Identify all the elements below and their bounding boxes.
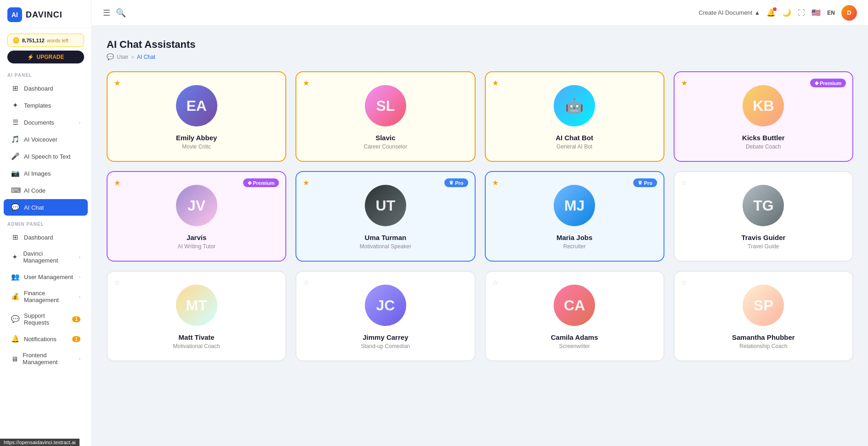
- card-name-samantha: Samantha Phubber: [732, 333, 795, 341]
- card-role-camila: Screenwriter: [559, 343, 590, 349]
- sidebar: AI DAVINCI 🪙 8,751,112 words left ⚡ UPGR…: [0, 0, 92, 446]
- card-kicks[interactable]: ★ ◆ Premium KB Kicks Buttler Debate Coac…: [674, 71, 853, 162]
- card-initials-kicks: KB: [743, 85, 784, 126]
- sidebar-item-ai-images[interactable]: 📷 AI Images: [4, 165, 88, 182]
- card-name-aibot: AI Chat Bot: [556, 134, 593, 142]
- card-jarvis[interactable]: ★ ◆ Premium JV Jarvis AI Writing Tutor: [107, 171, 286, 262]
- card-initials-emily: EA: [176, 85, 217, 126]
- card-role-kicks: Debate Coach: [746, 143, 781, 150]
- words-label: words left: [47, 38, 68, 43]
- card-slavic[interactable]: ★ SL Slavic Career Counselor: [295, 71, 475, 162]
- notification-icon[interactable]: 🔔: [766, 8, 776, 17]
- card-name-kicks: Kicks Buttler: [742, 134, 785, 142]
- sidebar-item-templates[interactable]: ✦ Templates: [4, 97, 88, 114]
- card-role-uma: Motivational Speaker: [360, 243, 411, 250]
- card-name-jarvis: Jarvis: [187, 234, 206, 241]
- sidebar-item-ai-speech[interactable]: 🎤 AI Speech to Text: [4, 148, 88, 165]
- user-avatar[interactable]: D: [841, 5, 857, 21]
- badge-icon-jarvis: ◆: [248, 180, 251, 186]
- card-initials-jimmy: JC: [365, 285, 406, 326]
- card-badge-uma: ♛ Pro: [444, 178, 468, 187]
- sidebar-item-davinci-mgmt[interactable]: ✦ Davinci Management ›: [4, 246, 88, 268]
- card-jimmy[interactable]: ☆ JC Jimmy Carrey Stand-up Comedian: [295, 271, 475, 361]
- card-aibot[interactable]: ★ 🤖 AI Chat Bot General AI Bot: [485, 71, 664, 162]
- create-document-button[interactable]: Create AI Document ▲: [698, 9, 760, 16]
- card-role-jarvis: AI Writing Tutor: [177, 243, 215, 250]
- badge-icon-maria: ♛: [638, 180, 642, 186]
- card-role-samantha: Relationship Coach: [739, 343, 787, 349]
- sidebar-label-ai-images: AI Images: [24, 170, 51, 177]
- sidebar-icon-finance-mgmt: 💰: [11, 292, 19, 301]
- card-samantha[interactable]: ☆ SP Samantha Phubber Relationship Coach: [674, 271, 853, 361]
- sidebar-icon-user-mgmt: 👥: [11, 273, 19, 281]
- notif-dot: [773, 7, 777, 11]
- sidebar-arrow-frontend-mgmt: ›: [79, 356, 80, 361]
- sidebar-arrow-finance-mgmt: ›: [79, 294, 80, 299]
- sidebar-item-ai-code[interactable]: ⌨ AI Code: [4, 182, 88, 199]
- card-badge-kicks: ◆ Premium: [810, 79, 846, 87]
- card-star-matt: ☆: [114, 278, 120, 287]
- card-name-matt: Matt Tivate: [179, 333, 215, 341]
- sidebar-item-ai-chat[interactable]: 💬 AI Chat: [4, 199, 88, 216]
- upgrade-button[interactable]: ⚡ UPGRADE: [7, 51, 84, 63]
- logo-icon: AI: [7, 7, 22, 22]
- sidebar-item-finance-mgmt[interactable]: 💰 Finance Management ›: [4, 286, 88, 308]
- fullscreen-icon[interactable]: ⛶: [798, 9, 805, 17]
- moon-icon[interactable]: 🌙: [782, 8, 791, 17]
- card-emily[interactable]: ★ EA Emily Abbey Movie Critic: [107, 71, 286, 162]
- card-badge-jarvis: ◆ Premium: [243, 178, 279, 187]
- breadcrumb: 💬 User » AI Chat: [107, 53, 853, 60]
- hamburger-icon[interactable]: ☰: [103, 8, 110, 18]
- sidebar-label-user-mgmt: User Management: [24, 274, 73, 280]
- card-initials-camila: CA: [554, 285, 595, 326]
- sidebar-label-admin-dashboard: Dashboard: [24, 234, 53, 241]
- lang-label[interactable]: EN: [827, 10, 835, 16]
- admin-nav: ⊞ Dashboard ✦ Davinci Management › 👥 Use…: [0, 229, 91, 370]
- card-camila[interactable]: ☆ CA Camila Adams Screenwriter: [485, 271, 664, 361]
- sidebar-item-documents[interactable]: ☰ Documents ›: [4, 114, 88, 131]
- card-travis[interactable]: ☆ TG Travis Guider Travel Guide: [674, 171, 853, 262]
- sidebar-item-frontend-mgmt[interactable]: 🖥 Frontend Management ›: [4, 348, 88, 370]
- card-avatar-aibot: 🤖: [554, 85, 595, 126]
- card-role-matt: Motivational Coach: [173, 343, 220, 349]
- sidebar-icon-dashboard: ⊞: [11, 84, 19, 92]
- card-matt[interactable]: ☆ MT Matt Tivate Motivational Coach: [107, 271, 286, 361]
- card-star-jarvis: ★: [114, 178, 120, 187]
- card-initials-maria: MJ: [554, 185, 595, 226]
- sidebar-item-support[interactable]: 💬 Support Requests 1: [4, 308, 88, 330]
- card-role-emily: Movie Critic: [182, 143, 211, 150]
- sidebar-item-notifications[interactable]: 🔔 Notifications 1: [4, 331, 88, 347]
- card-maria[interactable]: ★ ♛ Pro MJ Maria Jobs Recruiter: [485, 171, 664, 262]
- card-uma[interactable]: ★ ♛ Pro UT Uma Turman Motivational Speak…: [295, 171, 475, 262]
- card-initials-travis: TG: [743, 185, 784, 226]
- card-name-maria: Maria Jobs: [556, 234, 592, 241]
- sidebar-logo: AI DAVINCI: [0, 0, 91, 28]
- card-name-jimmy: Jimmy Carrey: [363, 333, 408, 341]
- card-avatar-jimmy: JC: [365, 285, 406, 326]
- card-avatar-emily: EA: [176, 85, 217, 126]
- page-content: AI Chat Assistants 💬 User » AI Chat ★ EA…: [92, 26, 868, 446]
- card-role-travis: Travel Guide: [748, 243, 779, 250]
- sidebar-icon-ai-chat: 💬: [11, 203, 19, 212]
- topbar-right: Create AI Document ▲ 🔔 🌙 ⛶ 🇺🇸 EN D: [698, 5, 857, 21]
- sidebar-item-admin-dashboard[interactable]: ⊞ Dashboard: [4, 229, 88, 246]
- words-badge: 🪙 8,751,112 words left: [7, 34, 84, 47]
- admin-panel-label: ADMIN PANEL: [0, 216, 91, 229]
- sidebar-icon-documents: ☰: [11, 118, 19, 126]
- tooltip-url: https://opensaidavinci.textract.ai: [0, 439, 79, 446]
- card-role-jimmy: Stand-up Comedian: [361, 343, 410, 349]
- search-icon[interactable]: 🔍: [116, 8, 126, 18]
- sidebar-label-dashboard: Dashboard: [24, 85, 53, 92]
- card-role-maria: Recruiter: [563, 243, 586, 250]
- sidebar-item-user-mgmt[interactable]: 👥 User Management ›: [4, 269, 88, 285]
- card-avatar-uma: UT: [365, 185, 406, 226]
- card-initials-jarvis: JV: [176, 185, 217, 226]
- card-initials-aibot: 🤖: [554, 85, 595, 126]
- main-content: ☰ 🔍 Create AI Document ▲ 🔔 🌙 ⛶ 🇺🇸 EN D A…: [92, 0, 868, 446]
- cards-grid: ★ EA Emily Abbey Movie Critic ★ SL Slavi…: [107, 71, 853, 361]
- sidebar-label-documents: Documents: [24, 119, 54, 126]
- words-count: 8,751,112: [22, 38, 45, 43]
- sidebar-item-dashboard[interactable]: ⊞ Dashboard: [4, 80, 88, 97]
- card-avatar-travis: TG: [743, 185, 784, 226]
- sidebar-item-ai-voiceover[interactable]: 🎵 AI Voiceover: [4, 131, 88, 148]
